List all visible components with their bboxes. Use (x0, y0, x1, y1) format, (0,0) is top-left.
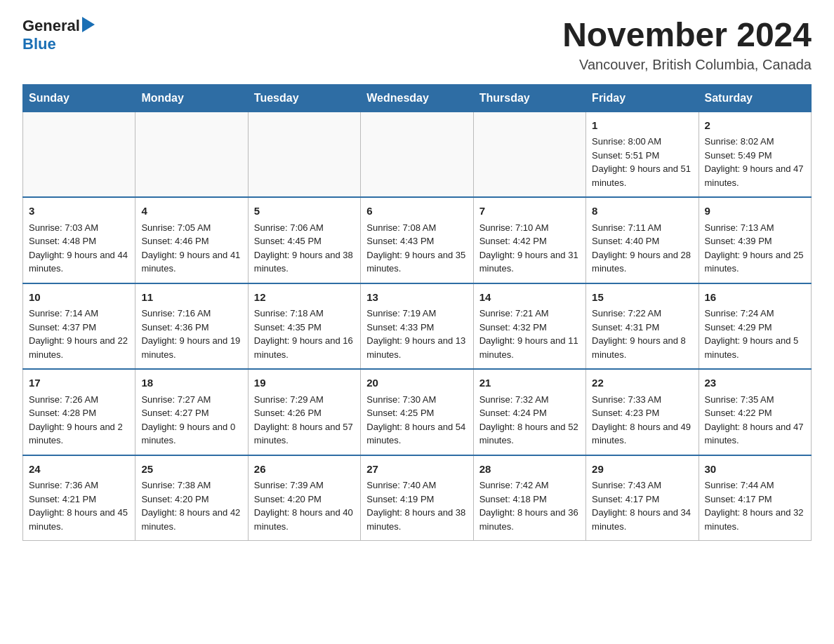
day-info: Sunrise: 7:03 AM Sunset: 4:48 PM Dayligh… (29, 221, 129, 276)
day-number: 19 (254, 375, 355, 391)
day-info: Sunrise: 7:43 AM Sunset: 4:17 PM Dayligh… (592, 478, 692, 533)
logo-triangle-icon (82, 17, 95, 32)
day-info: Sunrise: 7:16 AM Sunset: 4:36 PM Dayligh… (141, 307, 241, 361)
day-info: Sunrise: 7:24 AM Sunset: 4:29 PM Dayligh… (705, 307, 805, 361)
day-info: Sunrise: 7:26 AM Sunset: 4:28 PM Dayligh… (29, 393, 129, 448)
calendar-cell (135, 112, 248, 197)
day-number: 5 (254, 203, 355, 220)
calendar-cell: 12Sunrise: 7:18 AM Sunset: 4:35 PM Dayli… (248, 283, 360, 370)
day-number: 6 (366, 203, 467, 220)
calendar-row: 1Sunrise: 8:00 AM Sunset: 5:51 PM Daylig… (23, 112, 812, 197)
calendar-cell: 11Sunrise: 7:16 AM Sunset: 4:36 PM Dayli… (135, 283, 248, 370)
day-info: Sunrise: 7:22 AM Sunset: 4:31 PM Dayligh… (592, 307, 692, 361)
page-header: General Blue November 2024 Vancouver, Br… (22, 17, 812, 73)
calendar-cell: 5Sunrise: 7:06 AM Sunset: 4:45 PM Daylig… (248, 197, 360, 283)
day-number: 28 (479, 462, 580, 478)
calendar-cell: 16Sunrise: 7:24 AM Sunset: 4:29 PM Dayli… (699, 283, 811, 370)
day-info: Sunrise: 7:36 AM Sunset: 4:21 PM Dayligh… (29, 478, 129, 533)
calendar-cell: 22Sunrise: 7:33 AM Sunset: 4:23 PM Dayli… (586, 369, 699, 455)
day-number: 20 (366, 375, 467, 391)
day-number: 4 (141, 203, 241, 220)
day-number: 29 (592, 462, 692, 478)
calendar-row: 3Sunrise: 7:03 AM Sunset: 4:48 PM Daylig… (23, 197, 812, 283)
calendar-cell: 26Sunrise: 7:39 AM Sunset: 4:20 PM Dayli… (248, 455, 360, 541)
svg-marker-0 (82, 17, 95, 32)
day-info: Sunrise: 8:02 AM Sunset: 5:49 PM Dayligh… (705, 135, 805, 189)
day-info: Sunrise: 7:39 AM Sunset: 4:20 PM Dayligh… (254, 478, 355, 533)
calendar-cell: 24Sunrise: 7:36 AM Sunset: 4:21 PM Dayli… (23, 455, 135, 541)
calendar-cell: 18Sunrise: 7:27 AM Sunset: 4:27 PM Dayli… (135, 369, 248, 455)
weekday-header-sunday: Sunday (23, 84, 135, 112)
day-number: 8 (592, 203, 692, 220)
weekday-header-friday: Friday (586, 84, 699, 112)
day-info: Sunrise: 7:30 AM Sunset: 4:25 PM Dayligh… (366, 393, 467, 448)
day-number: 9 (705, 203, 805, 220)
calendar-cell: 2Sunrise: 8:02 AM Sunset: 5:49 PM Daylig… (699, 112, 811, 197)
day-number: 10 (29, 290, 129, 306)
calendar-cell (473, 112, 585, 197)
calendar-cell: 1Sunrise: 8:00 AM Sunset: 5:51 PM Daylig… (586, 112, 699, 197)
day-number: 11 (141, 290, 241, 306)
day-number: 18 (141, 375, 241, 391)
calendar-cell: 23Sunrise: 7:35 AM Sunset: 4:22 PM Dayli… (699, 369, 811, 455)
calendar-cell: 27Sunrise: 7:40 AM Sunset: 4:19 PM Dayli… (361, 455, 473, 541)
calendar-cell: 6Sunrise: 7:08 AM Sunset: 4:43 PM Daylig… (361, 197, 473, 283)
day-number: 23 (705, 375, 805, 391)
day-number: 30 (705, 462, 805, 478)
calendar-cell: 9Sunrise: 7:13 AM Sunset: 4:39 PM Daylig… (699, 197, 811, 283)
calendar-cell: 21Sunrise: 7:32 AM Sunset: 4:24 PM Dayli… (473, 369, 585, 455)
location: Vancouver, British Columbia, Canada (562, 57, 812, 73)
weekday-header-monday: Monday (135, 84, 248, 112)
weekday-header-saturday: Saturday (699, 84, 811, 112)
day-info: Sunrise: 7:38 AM Sunset: 4:20 PM Dayligh… (141, 478, 241, 533)
day-number: 12 (254, 290, 355, 306)
calendar-cell: 20Sunrise: 7:30 AM Sunset: 4:25 PM Dayli… (361, 369, 473, 455)
day-number: 27 (366, 462, 467, 478)
day-info: Sunrise: 7:40 AM Sunset: 4:19 PM Dayligh… (366, 478, 467, 533)
logo-general: General (22, 18, 80, 34)
calendar-cell: 8Sunrise: 7:11 AM Sunset: 4:40 PM Daylig… (586, 197, 699, 283)
logo-blue: Blue (22, 35, 56, 53)
day-info: Sunrise: 7:11 AM Sunset: 4:40 PM Dayligh… (592, 221, 692, 276)
calendar-cell: 14Sunrise: 7:21 AM Sunset: 4:32 PM Dayli… (473, 283, 585, 370)
day-info: Sunrise: 7:06 AM Sunset: 4:45 PM Dayligh… (254, 221, 355, 276)
day-number: 15 (592, 290, 692, 306)
day-info: Sunrise: 7:21 AM Sunset: 4:32 PM Dayligh… (479, 307, 580, 361)
calendar-cell (23, 112, 135, 197)
day-info: Sunrise: 7:18 AM Sunset: 4:35 PM Dayligh… (254, 307, 355, 361)
day-info: Sunrise: 7:27 AM Sunset: 4:27 PM Dayligh… (141, 393, 241, 448)
calendar-cell: 4Sunrise: 7:05 AM Sunset: 4:46 PM Daylig… (135, 197, 248, 283)
day-number: 1 (592, 118, 692, 134)
calendar-cell: 19Sunrise: 7:29 AM Sunset: 4:26 PM Dayli… (248, 369, 360, 455)
calendar-cell: 7Sunrise: 7:10 AM Sunset: 4:42 PM Daylig… (473, 197, 585, 283)
calendar-cell (361, 112, 473, 197)
calendar-row: 17Sunrise: 7:26 AM Sunset: 4:28 PM Dayli… (23, 369, 812, 455)
day-info: Sunrise: 7:42 AM Sunset: 4:18 PM Dayligh… (479, 478, 580, 533)
day-info: Sunrise: 7:32 AM Sunset: 4:24 PM Dayligh… (479, 393, 580, 448)
month-title: November 2024 (562, 17, 812, 54)
day-number: 22 (592, 375, 692, 391)
weekday-header-thursday: Thursday (473, 84, 585, 112)
logo: General Blue (22, 17, 95, 53)
calendar-cell: 17Sunrise: 7:26 AM Sunset: 4:28 PM Dayli… (23, 369, 135, 455)
day-info: Sunrise: 7:44 AM Sunset: 4:17 PM Dayligh… (705, 478, 805, 533)
day-info: Sunrise: 7:08 AM Sunset: 4:43 PM Dayligh… (366, 221, 467, 276)
calendar-cell: 10Sunrise: 7:14 AM Sunset: 4:37 PM Dayli… (23, 283, 135, 370)
day-info: Sunrise: 8:00 AM Sunset: 5:51 PM Dayligh… (592, 135, 692, 189)
weekday-header-wednesday: Wednesday (361, 84, 473, 112)
weekday-header-row: SundayMondayTuesdayWednesdayThursdayFrid… (23, 84, 812, 112)
calendar-cell: 28Sunrise: 7:42 AM Sunset: 4:18 PM Dayli… (473, 455, 585, 541)
day-number: 16 (705, 290, 805, 306)
day-info: Sunrise: 7:05 AM Sunset: 4:46 PM Dayligh… (141, 221, 241, 276)
day-number: 21 (479, 375, 580, 391)
day-info: Sunrise: 7:35 AM Sunset: 4:22 PM Dayligh… (705, 393, 805, 448)
day-number: 13 (366, 290, 467, 306)
calendar-cell: 25Sunrise: 7:38 AM Sunset: 4:20 PM Dayli… (135, 455, 248, 541)
calendar-cell: 13Sunrise: 7:19 AM Sunset: 4:33 PM Dayli… (361, 283, 473, 370)
calendar-cell: 29Sunrise: 7:43 AM Sunset: 4:17 PM Dayli… (586, 455, 699, 541)
day-info: Sunrise: 7:29 AM Sunset: 4:26 PM Dayligh… (254, 393, 355, 448)
calendar-row: 10Sunrise: 7:14 AM Sunset: 4:37 PM Dayli… (23, 283, 812, 370)
day-number: 25 (141, 462, 241, 478)
day-info: Sunrise: 7:33 AM Sunset: 4:23 PM Dayligh… (592, 393, 692, 448)
day-number: 24 (29, 462, 129, 478)
